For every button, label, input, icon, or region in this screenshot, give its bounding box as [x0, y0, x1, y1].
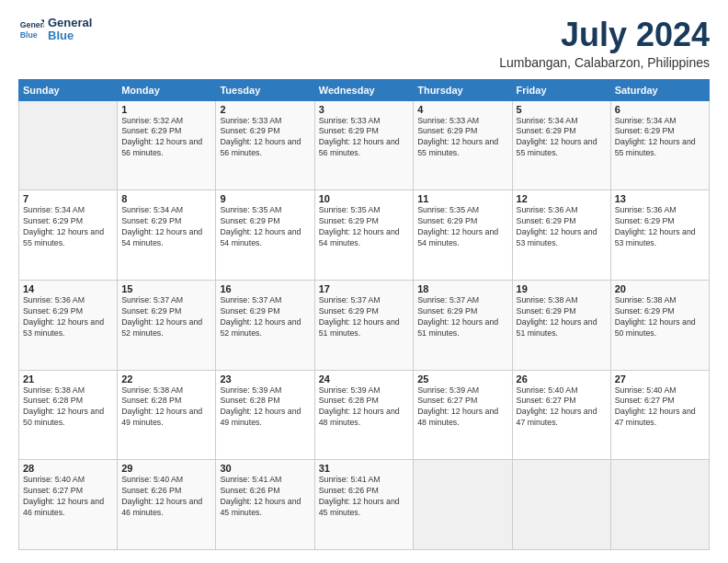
calendar-cell [610, 460, 709, 550]
day-info: Sunrise: 5:41 AMSunset: 6:26 PMDaylight:… [319, 475, 409, 519]
day-info: Sunrise: 5:38 AMSunset: 6:28 PMDaylight:… [23, 385, 113, 430]
weekday-header-sunday: Sunday [19, 79, 118, 100]
calendar-table: SundayMondayTuesdayWednesdayThursdayFrid… [18, 79, 710, 550]
calendar-cell: 23Sunrise: 5:39 AMSunset: 6:28 PMDayligh… [216, 370, 314, 460]
calendar-cell: 18Sunrise: 5:37 AMSunset: 6:29 PMDayligh… [414, 280, 512, 370]
day-info: Sunrise: 5:36 AMSunset: 6:29 PMDaylight:… [517, 205, 607, 249]
day-info: Sunrise: 5:37 AMSunset: 6:29 PMDaylight:… [319, 295, 409, 339]
day-number: 29 [121, 463, 211, 474]
day-info: Sunrise: 5:33 AMSunset: 6:29 PMDaylight:… [319, 116, 409, 160]
calendar-cell: 17Sunrise: 5:37 AMSunset: 6:29 PMDayligh… [314, 280, 413, 370]
day-number: 2 [220, 104, 310, 115]
day-number: 1 [121, 104, 211, 115]
calendar-cell: 20Sunrise: 5:38 AMSunset: 6:29 PMDayligh… [610, 280, 709, 370]
calendar-cell: 26Sunrise: 5:40 AMSunset: 6:27 PMDayligh… [512, 370, 610, 460]
day-number: 27 [615, 373, 705, 385]
day-info: Sunrise: 5:35 AMSunset: 6:29 PMDaylight:… [319, 205, 409, 249]
calendar-cell: 7Sunrise: 5:34 AMSunset: 6:29 PMDaylight… [19, 190, 118, 281]
weekday-header-thursday: Thursday [414, 79, 512, 100]
calendar-cell: 4Sunrise: 5:33 AMSunset: 6:29 PMDaylight… [414, 100, 512, 190]
calendar-cell: 8Sunrise: 5:34 AMSunset: 6:29 PMDaylight… [118, 190, 216, 281]
day-info: Sunrise: 5:34 AMSunset: 6:29 PMDaylight:… [23, 205, 113, 249]
day-number: 18 [417, 283, 507, 294]
day-number: 15 [121, 283, 211, 294]
day-number: 14 [23, 283, 113, 294]
day-info: Sunrise: 5:37 AMSunset: 6:29 PMDaylight:… [220, 295, 310, 339]
day-info: Sunrise: 5:33 AMSunset: 6:29 PMDaylight:… [417, 116, 507, 160]
calendar-cell: 6Sunrise: 5:34 AMSunset: 6:29 PMDaylight… [610, 100, 709, 190]
calendar-cell: 25Sunrise: 5:39 AMSunset: 6:27 PMDayligh… [414, 370, 512, 460]
calendar-cell: 2Sunrise: 5:33 AMSunset: 6:29 PMDaylight… [216, 100, 314, 190]
calendar-cell: 10Sunrise: 5:35 AMSunset: 6:29 PMDayligh… [314, 190, 413, 281]
day-info: Sunrise: 5:40 AMSunset: 6:27 PMDaylight:… [517, 385, 607, 430]
day-number: 24 [319, 373, 409, 385]
logo-blue: Blue [48, 29, 92, 42]
day-info: Sunrise: 5:38 AMSunset: 6:29 PMDaylight:… [517, 295, 607, 339]
weekday-header-row: SundayMondayTuesdayWednesdayThursdayFrid… [19, 79, 710, 100]
day-info: Sunrise: 5:36 AMSunset: 6:29 PMDaylight:… [615, 205, 705, 249]
calendar-cell: 11Sunrise: 5:35 AMSunset: 6:29 PMDayligh… [414, 190, 512, 281]
day-number: 19 [517, 283, 607, 294]
day-info: Sunrise: 5:35 AMSunset: 6:29 PMDaylight:… [417, 205, 507, 249]
day-number: 25 [417, 373, 507, 385]
calendar-cell [512, 460, 610, 550]
day-info: Sunrise: 5:37 AMSunset: 6:29 PMDaylight:… [417, 295, 507, 339]
weekday-header-saturday: Saturday [610, 79, 709, 100]
day-info: Sunrise: 5:38 AMSunset: 6:28 PMDaylight:… [121, 385, 211, 430]
month-title: July 2024 [499, 17, 710, 53]
day-number: 16 [220, 283, 310, 294]
week-row-5: 28Sunrise: 5:40 AMSunset: 6:27 PMDayligh… [19, 460, 710, 550]
calendar-cell: 13Sunrise: 5:36 AMSunset: 6:29 PMDayligh… [610, 190, 709, 281]
weekday-header-wednesday: Wednesday [314, 79, 413, 100]
weekday-header-tuesday: Tuesday [216, 79, 314, 100]
page: General Blue General Blue July 2024 Lumb… [0, 0, 728, 563]
day-info: Sunrise: 5:40 AMSunset: 6:27 PMDaylight:… [23, 475, 113, 519]
svg-text:General: General [20, 21, 44, 30]
calendar-cell: 29Sunrise: 5:40 AMSunset: 6:26 PMDayligh… [118, 460, 216, 550]
day-number: 13 [615, 193, 705, 204]
svg-text:Blue: Blue [20, 30, 38, 40]
day-info: Sunrise: 5:36 AMSunset: 6:29 PMDaylight:… [23, 295, 113, 339]
day-info: Sunrise: 5:39 AMSunset: 6:27 PMDaylight:… [417, 385, 507, 430]
location-title: Lumbangan, Calabarzon, Philippines [499, 55, 710, 70]
weekday-header-friday: Friday [512, 79, 610, 100]
calendar-cell: 14Sunrise: 5:36 AMSunset: 6:29 PMDayligh… [19, 280, 118, 370]
day-info: Sunrise: 5:32 AMSunset: 6:29 PMDaylight:… [121, 116, 211, 160]
weekday-header-monday: Monday [118, 79, 216, 100]
day-info: Sunrise: 5:37 AMSunset: 6:29 PMDaylight:… [121, 295, 211, 339]
day-number: 22 [121, 373, 211, 385]
day-number: 28 [23, 463, 113, 474]
day-number: 26 [517, 373, 607, 385]
day-number: 8 [121, 193, 211, 204]
day-info: Sunrise: 5:41 AMSunset: 6:26 PMDaylight:… [220, 475, 310, 519]
day-number: 30 [220, 463, 310, 474]
day-number: 10 [319, 193, 409, 204]
logo: General Blue General Blue [18, 17, 92, 43]
calendar-cell: 1Sunrise: 5:32 AMSunset: 6:29 PMDaylight… [118, 100, 216, 190]
day-number: 31 [319, 463, 409, 474]
calendar-cell: 28Sunrise: 5:40 AMSunset: 6:27 PMDayligh… [19, 460, 118, 550]
calendar-cell: 16Sunrise: 5:37 AMSunset: 6:29 PMDayligh… [216, 280, 314, 370]
day-number: 4 [417, 104, 507, 115]
week-row-2: 7Sunrise: 5:34 AMSunset: 6:29 PMDaylight… [19, 190, 710, 281]
day-number: 6 [615, 104, 705, 115]
day-info: Sunrise: 5:34 AMSunset: 6:29 PMDaylight:… [517, 116, 607, 160]
logo-icon: General Blue [18, 17, 44, 42]
day-number: 23 [220, 373, 310, 385]
day-info: Sunrise: 5:40 AMSunset: 6:26 PMDaylight:… [121, 475, 211, 519]
week-row-3: 14Sunrise: 5:36 AMSunset: 6:29 PMDayligh… [19, 280, 710, 370]
day-number: 5 [517, 104, 607, 115]
day-info: Sunrise: 5:35 AMSunset: 6:29 PMDaylight:… [220, 205, 310, 249]
day-number: 20 [615, 283, 705, 294]
calendar-cell [19, 100, 118, 190]
calendar-cell [414, 460, 512, 550]
day-info: Sunrise: 5:38 AMSunset: 6:29 PMDaylight:… [615, 295, 705, 339]
calendar-cell: 21Sunrise: 5:38 AMSunset: 6:28 PMDayligh… [19, 370, 118, 460]
day-number: 21 [23, 373, 113, 385]
day-info: Sunrise: 5:34 AMSunset: 6:29 PMDaylight:… [615, 116, 705, 160]
calendar-cell: 12Sunrise: 5:36 AMSunset: 6:29 PMDayligh… [512, 190, 610, 281]
calendar-cell: 24Sunrise: 5:39 AMSunset: 6:28 PMDayligh… [314, 370, 413, 460]
day-info: Sunrise: 5:39 AMSunset: 6:28 PMDaylight:… [220, 385, 310, 430]
day-number: 7 [23, 193, 113, 204]
calendar-cell: 19Sunrise: 5:38 AMSunset: 6:29 PMDayligh… [512, 280, 610, 370]
